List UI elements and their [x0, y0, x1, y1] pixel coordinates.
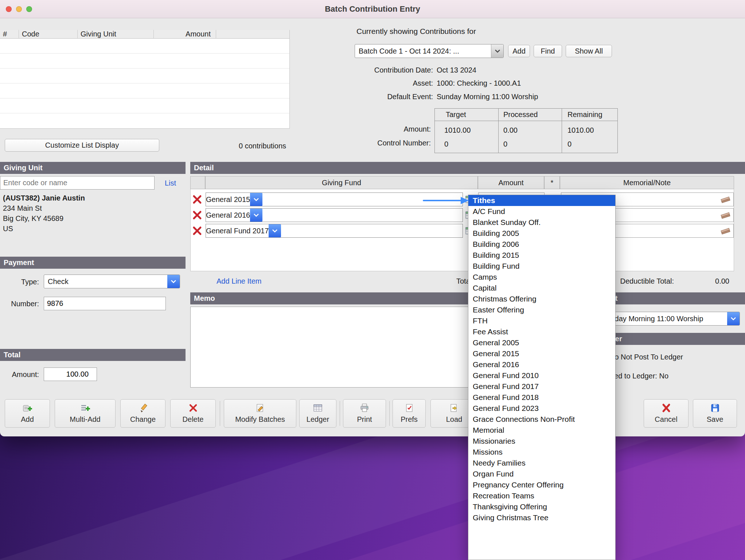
- table-row: [0, 98, 289, 113]
- customize-list-display-button[interactable]: Customize List Display: [5, 139, 159, 152]
- payment-number-label: Number:: [0, 300, 39, 308]
- default-event-value: Sunday Morning 11:00 Worship: [437, 93, 538, 101]
- check-number-input[interactable]: [44, 297, 166, 310]
- chevron-down-icon[interactable]: [167, 275, 180, 288]
- fund-option[interactable]: Building 2006: [468, 239, 615, 250]
- giving-unit-address3: US: [3, 225, 13, 233]
- fund-option[interactable]: Christmas Offering: [468, 293, 615, 304]
- delete-button[interactable]: Delete: [170, 399, 216, 428]
- table-row: [0, 54, 289, 69]
- cancel-button[interactable]: Cancel: [644, 399, 689, 428]
- fund-option[interactable]: Fee Assist: [468, 326, 615, 337]
- fund-option[interactable]: Capital: [468, 283, 615, 293]
- fund-combobox[interactable]: General 2016: [206, 208, 463, 222]
- fund-option[interactable]: Needy Families: [468, 458, 615, 468]
- find-batch-button[interactable]: Find: [534, 45, 562, 57]
- fund-combobox[interactable]: General Fund 2017: [206, 224, 463, 238]
- delete-row-icon[interactable]: [192, 194, 202, 205]
- fund-option[interactable]: Building Fund: [468, 261, 615, 272]
- fund-option[interactable]: Thanksgiving Offering: [468, 501, 615, 512]
- fund-option[interactable]: Missions: [468, 447, 615, 458]
- stats-col-processed: Processed: [503, 110, 538, 119]
- giving-unit-address2: Big City, KY 45689: [3, 214, 63, 223]
- event-select[interactable]: Sunday Morning 11:00 Worship: [598, 312, 740, 326]
- payment-type-select[interactable]: Check: [44, 275, 180, 288]
- delete-row-icon[interactable]: [192, 210, 202, 220]
- fund-option[interactable]: FTH: [468, 315, 615, 326]
- add-contribution-button[interactable]: Add: [5, 399, 50, 428]
- processed-amount: 0.00: [503, 126, 518, 135]
- contributions-table[interactable]: # Code Giving Unit Amount: [0, 30, 290, 129]
- chevron-down-icon[interactable]: [250, 209, 262, 222]
- fund-option[interactable]: General Fund 2023: [468, 403, 615, 414]
- fund-option[interactable]: General Fund 2010: [468, 370, 615, 381]
- giving-unit-search-input[interactable]: [0, 176, 155, 190]
- title-bar: Batch Contribution Entry: [0, 0, 745, 18]
- total-amount-input[interactable]: [44, 368, 97, 381]
- change-button[interactable]: Change: [120, 399, 165, 428]
- chevron-down-icon[interactable]: [250, 193, 262, 206]
- total-header: Total: [0, 349, 186, 361]
- fund-option[interactable]: General Fund 2018: [468, 392, 615, 403]
- zoom-window-icon[interactable]: [26, 6, 32, 12]
- fund-option[interactable]: Memorial: [468, 425, 615, 436]
- ledger-button[interactable]: Ledger: [299, 399, 336, 428]
- fund-option[interactable]: General 2005: [468, 337, 615, 348]
- fund-option[interactable]: Blanket Sunday Off.: [468, 217, 615, 228]
- asset-label: Asset:: [328, 79, 433, 88]
- show-all-button[interactable]: Show All: [566, 45, 612, 57]
- target-control: 0: [444, 140, 448, 148]
- toolbar-separator: [340, 401, 340, 426]
- fund-option[interactable]: Camps: [468, 272, 615, 283]
- payment-header: Payment: [0, 257, 186, 269]
- eraser-icon[interactable]: [720, 195, 731, 206]
- remaining-control: 0: [567, 140, 572, 148]
- save-button[interactable]: Save: [693, 399, 737, 428]
- target-amount: 1010.00: [444, 126, 471, 135]
- remaining-amount: 1010.00: [567, 126, 594, 135]
- fund-option[interactable]: Recreation Teams: [468, 490, 615, 501]
- chevron-down-icon[interactable]: [727, 312, 740, 325]
- fund-option[interactable]: Tithes: [468, 195, 615, 206]
- eraser-icon[interactable]: [720, 227, 731, 237]
- fund-option[interactable]: Building 2015: [468, 250, 615, 261]
- batch-contribution-entry-window: Batch Contribution Entry # Code Giving U…: [0, 0, 745, 436]
- chevron-down-icon[interactable]: [269, 224, 281, 237]
- delete-row-icon[interactable]: [192, 226, 202, 236]
- eraser-icon[interactable]: [720, 211, 731, 221]
- fund-option[interactable]: A/C Fund: [468, 206, 615, 217]
- fund-option[interactable]: Grace Connections Non-Profit: [468, 414, 615, 425]
- do-not-post-label[interactable]: Do Not Post To Ledger: [609, 353, 683, 361]
- table-row: [0, 113, 289, 128]
- default-event-label: Default Event:: [328, 93, 433, 101]
- fund-option[interactable]: Building 2005: [468, 228, 615, 239]
- fund-option[interactable]: General 2015: [468, 348, 615, 359]
- fund-option[interactable]: General 2016: [468, 359, 615, 370]
- fund-option[interactable]: Organ Fund: [468, 468, 615, 479]
- multi-add-button[interactable]: Multi-Add: [55, 399, 116, 428]
- fund-option[interactable]: General Fund 2017: [468, 381, 615, 392]
- modify-batches-button[interactable]: Modify Batches: [224, 399, 296, 428]
- batch-select[interactable]: Batch Code 1 - Oct 14 2024: ...: [355, 44, 504, 58]
- deductible-total-value: 0.00: [685, 277, 729, 285]
- list-link[interactable]: List: [165, 179, 176, 187]
- col-number: #: [0, 30, 19, 39]
- fund-option[interactable]: Pregnancy Center Offering: [468, 479, 615, 490]
- event-header: Event: [594, 292, 745, 304]
- fund-option[interactable]: Giving Christmas Tree: [468, 512, 615, 523]
- close-window-icon[interactable]: [6, 6, 12, 12]
- save-icon: [710, 403, 720, 415]
- window-title: Batch Contribution Entry: [0, 0, 745, 18]
- add-batch-button[interactable]: Add: [508, 45, 530, 57]
- print-button[interactable]: Print: [343, 399, 386, 428]
- fund-option[interactable]: Missionaries: [468, 436, 615, 447]
- chevron-down-icon[interactable]: [491, 44, 503, 58]
- add-icon: [23, 403, 32, 415]
- table-row: [0, 83, 289, 98]
- col-code: Code: [19, 30, 78, 39]
- payment-type-value: Check: [44, 277, 167, 286]
- fund-option[interactable]: Easter Offering: [468, 304, 615, 315]
- prefs-button[interactable]: Prefs: [393, 399, 426, 428]
- add-line-item-button[interactable]: Add Line Item: [217, 277, 261, 285]
- minimize-window-icon[interactable]: [16, 6, 22, 12]
